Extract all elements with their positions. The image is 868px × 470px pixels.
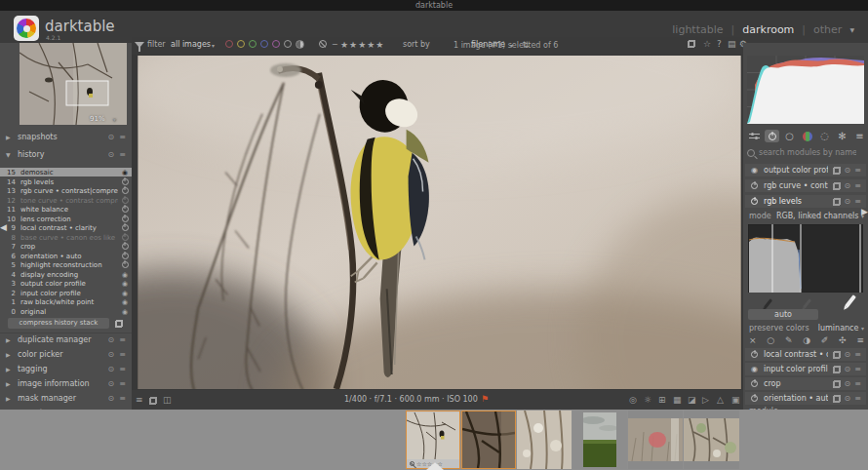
multi-instance-icon[interactable] xyxy=(833,182,841,190)
reset-icon[interactable]: ⊙ xyxy=(108,379,115,388)
multi-instance-icon[interactable] xyxy=(833,198,841,206)
presets-icon[interactable]: ≡ xyxy=(854,197,861,206)
correct-group-tab[interactable]: ◌ xyxy=(817,130,832,142)
reset-icon[interactable]: ⊙ xyxy=(845,394,851,403)
color-label-blue-icon[interactable] xyxy=(260,40,268,48)
guides-icon[interactable]: ⊞ xyxy=(658,395,666,405)
levels-histogram[interactable] xyxy=(748,224,863,293)
enable-icon[interactable] xyxy=(118,261,132,268)
reset-icon[interactable]: ⊙ xyxy=(845,350,851,359)
reset-icon[interactable]: ⊙ xyxy=(845,166,851,175)
raw-overexposed-icon[interactable]: ▦ xyxy=(673,395,682,405)
module-rgb-levels[interactable]: rgb levels⊙≡ xyxy=(745,195,866,208)
basic-group-tab[interactable]: ○ xyxy=(782,130,797,142)
reject-icon[interactable] xyxy=(410,461,414,466)
applied-icon[interactable]: ◉ xyxy=(750,166,759,175)
gamut-check-icon[interactable]: △ xyxy=(717,395,724,405)
overexposed-icon[interactable]: ◪ xyxy=(688,395,696,405)
view-other[interactable]: other xyxy=(813,23,842,36)
filmstrip-thumb-4[interactable] xyxy=(572,411,627,469)
history-section[interactable]: ▼ history ⊙ ≡ xyxy=(0,148,132,161)
styles-icon[interactable] xyxy=(149,397,157,405)
history-item[interactable]: 12tone curve • contrast compression xyxy=(0,196,132,205)
presets-icon[interactable]: ≡ xyxy=(854,181,861,190)
blend-menu-icon[interactable]: ≡ xyxy=(856,335,864,345)
presets-icon[interactable]: ≡ xyxy=(119,379,126,388)
color-label-green-icon[interactable] xyxy=(249,40,256,48)
enable-icon[interactable] xyxy=(118,197,132,204)
preserve-colors-dropdown[interactable]: luminance xyxy=(818,324,859,333)
compress-icon[interactable] xyxy=(115,320,123,328)
reset-icon[interactable]: ⊙ xyxy=(845,181,851,190)
histogram[interactable] xyxy=(747,56,864,124)
applied-icon[interactable]: ◉ xyxy=(118,308,132,316)
filmstrip-thumb-5[interactable] xyxy=(628,411,683,469)
presets-icon[interactable]: ≡ xyxy=(854,166,861,175)
module-input-color-profile[interactable]: ◉input color profile⊙≡ xyxy=(745,363,866,375)
effect-group-tab[interactable]: ✻ xyxy=(835,130,849,142)
history-item[interactable]: 14rgb levels xyxy=(0,177,132,186)
enable-icon[interactable] xyxy=(118,187,132,194)
zoom-chevron-icon[interactable]: ▾ xyxy=(113,116,116,123)
filter-icon[interactable] xyxy=(135,42,144,48)
reject-filter-icon[interactable] xyxy=(319,40,327,48)
enable-icon[interactable] xyxy=(118,243,132,250)
color-label-yellow-icon[interactable] xyxy=(237,40,245,48)
views-dropdown-icon[interactable]: ▼ xyxy=(849,26,854,33)
history-item[interactable]: 4display encoding◉ xyxy=(0,270,132,279)
collapse-left-panel-arrow[interactable]: ◀ xyxy=(0,222,7,232)
filmstrip-thumb-1[interactable]: ☆☆☆☆☆ xyxy=(406,411,460,469)
active-modules-tab[interactable] xyxy=(765,130,779,142)
blend-parametric-icon[interactable]: ◑ xyxy=(803,335,810,345)
presets-icon[interactable]: ≡ xyxy=(119,150,126,159)
history-item[interactable]: 5highlight reconstruction xyxy=(0,260,132,269)
enable-icon[interactable] xyxy=(750,351,759,358)
blend-raster-icon[interactable]: ✣ xyxy=(839,335,847,345)
enable-icon[interactable] xyxy=(750,198,759,205)
auto-levels-button[interactable]: auto xyxy=(748,309,818,320)
filmstrip-thumb-6[interactable] xyxy=(684,411,739,469)
module-crop[interactable]: crop⊙≡ xyxy=(745,377,866,390)
reset-icon[interactable]: ⊙ xyxy=(845,379,851,388)
history-item[interactable]: 9local contrast • clarity xyxy=(0,223,132,232)
presets-icon[interactable]: ≡ xyxy=(119,335,126,344)
reset-icon[interactable]: ⊙ xyxy=(108,365,115,373)
module-search[interactable] xyxy=(747,146,864,159)
history-item[interactable]: 13rgb curve • contrast|compression xyxy=(0,186,132,195)
filter-value-dropdown[interactable]: all images xyxy=(171,40,211,49)
second-window-icon[interactable]: ▣ xyxy=(731,395,740,405)
color-label-purple-icon[interactable] xyxy=(272,40,280,48)
black-point-picker-icon[interactable] xyxy=(764,298,772,309)
reset-icon[interactable]: ⊙ xyxy=(108,150,115,159)
gray-point-picker-icon[interactable] xyxy=(803,298,811,309)
module-output-color-profile[interactable]: ◉output color profile⊙≡ xyxy=(745,164,866,176)
preserve-colors-row[interactable]: preserve colors luminance ▾ xyxy=(749,324,864,333)
presets-icon[interactable]: ≡ xyxy=(119,133,126,141)
reset-icon[interactable]: ⊙ xyxy=(108,133,115,141)
applied-icon[interactable]: ◉ xyxy=(118,290,132,297)
sidebar-section-mask-manager[interactable]: ▶mask manager⊙≡ xyxy=(0,391,132,405)
presets-icon[interactable]: ≡ xyxy=(119,350,126,359)
blend-drawn-parametric-icon[interactable]: ✐ xyxy=(821,335,829,345)
quick-access-icon[interactable] xyxy=(747,130,762,142)
module-local-contrast[interactable]: local contrast • clarity⊙≡ xyxy=(745,348,866,361)
reset-icon[interactable]: ⊙ xyxy=(108,394,115,403)
blend-off-icon[interactable]: × xyxy=(749,335,757,345)
main-image[interactable] xyxy=(138,56,741,389)
unstar-icon[interactable]: − xyxy=(332,40,338,49)
history-item[interactable]: 3output color profile◉ xyxy=(0,279,132,288)
collapse-right-panel-arrow[interactable]: ▶ xyxy=(861,207,868,216)
hamburger-icon[interactable]: ≡ xyxy=(136,395,143,405)
grouping-icon[interactable] xyxy=(688,40,695,48)
enable-icon[interactable] xyxy=(118,253,132,259)
history-item[interactable]: 2input color profile◉ xyxy=(0,289,132,297)
zoom-level[interactable]: 91% xyxy=(90,115,105,123)
enable-icon[interactable] xyxy=(750,395,759,402)
color-label-toggle-icon[interactable] xyxy=(296,40,304,49)
focus-peaking-icon[interactable]: ◎ xyxy=(629,395,637,405)
enable-icon[interactable] xyxy=(118,178,132,185)
view-lighttable[interactable]: lighttable xyxy=(672,23,723,36)
history-item[interactable]: 11white balance xyxy=(0,205,132,214)
overlays-star-icon[interactable]: ☆ xyxy=(703,39,711,49)
navigation-thumbnail[interactable] xyxy=(20,43,127,125)
